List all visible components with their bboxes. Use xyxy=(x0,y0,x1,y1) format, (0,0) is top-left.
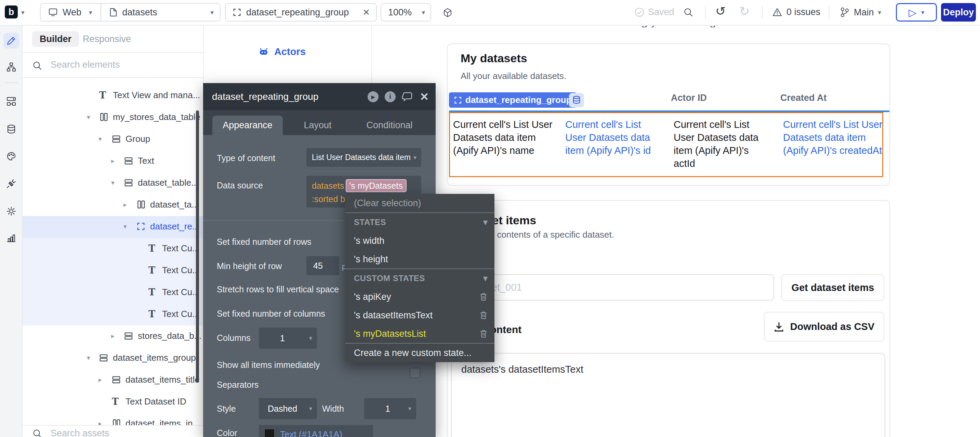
page-chevron-icon[interactable]: ▾ xyxy=(210,9,214,16)
tree-item-my-stores-data-table[interactable]: ▾my_stores_data_table xyxy=(22,107,203,129)
dataset-id-input[interactable] xyxy=(461,274,774,300)
nav-item-actors[interactable]: Actors xyxy=(259,46,306,57)
tree-item-text-datasets[interactable]: TText Datasets xyxy=(22,78,203,85)
show-all-checkbox[interactable] xyxy=(410,367,420,378)
expression-token[interactable]: 's myDatasets xyxy=(346,179,407,192)
separator-style-select[interactable]: Dashed ▾ xyxy=(259,398,317,419)
element-tab[interactable]: dataset_repeating_group ✕ xyxy=(225,3,377,22)
tree-item-text[interactable]: ▸Text xyxy=(22,151,203,172)
tab-appearance[interactable]: Appearance xyxy=(212,116,283,135)
menu-item-custom-states[interactable]: CUSTOM STATES▾ xyxy=(345,269,495,288)
tree-caret-icon[interactable]: ▾ xyxy=(87,113,90,121)
tree-caret-icon[interactable]: ▾ xyxy=(87,354,90,362)
info-icon[interactable]: i xyxy=(384,91,396,103)
tree-item-group[interactable]: ▾Group xyxy=(22,129,203,151)
tree-item-stores-data-b[interactable]: ▸stores_data_b... xyxy=(22,326,203,347)
preview-button[interactable]: ▷ ▾ xyxy=(896,3,937,22)
rail-item-data[interactable] xyxy=(3,121,19,137)
section-collapse-icon[interactable]: ▾ xyxy=(483,218,488,227)
menu-item-s-height[interactable]: 's height xyxy=(345,250,495,269)
group-element-icon xyxy=(99,353,109,363)
deploy-button[interactable]: Deploy xyxy=(941,3,976,22)
menu-item-s-datasetitemstext[interactable]: 's datasetItemsText xyxy=(345,306,495,324)
tree-item-text-cu[interactable]: TText Cu... xyxy=(22,260,203,282)
section-collapse-icon[interactable]: ▾ xyxy=(483,273,488,283)
tree-item-dataset-ta[interactable]: ▸dataset_ta... xyxy=(22,194,203,216)
component-library-icon[interactable] xyxy=(442,8,453,18)
device-chevron-icon[interactable]: ▾ xyxy=(89,9,92,16)
issues-indicator[interactable]: 0 issues xyxy=(772,7,820,17)
menu-item-create-a-new-custom-state[interactable]: Create a new custom state... xyxy=(345,344,495,362)
close-icon[interactable]: ✕ xyxy=(418,91,430,103)
search-icon[interactable] xyxy=(683,7,694,17)
property-editor-titlebar[interactable]: dataset_repeating_group ▸ i ✕ xyxy=(203,83,436,110)
selected-element-label[interactable]: dataset_repeating_group xyxy=(449,92,576,108)
tab-layout[interactable]: Layout xyxy=(292,116,343,135)
tree-item-dataset-re[interactable]: ▾dataset_re... xyxy=(22,216,203,238)
min-height-input[interactable]: 45 xyxy=(306,256,339,275)
delete-state-icon[interactable] xyxy=(479,311,488,320)
rail-item-design[interactable] xyxy=(3,33,19,49)
bubble-logo[interactable]: b xyxy=(5,5,18,19)
tree-item-text-cu[interactable]: TText Cu... xyxy=(22,282,203,304)
tree-item-dataset-table[interactable]: ▾dataset_table... xyxy=(22,172,203,194)
rail-item-plugins[interactable] xyxy=(3,176,19,191)
menu-item-s-mydatasetslist[interactable]: 's myDatasetsList xyxy=(345,324,495,343)
tree-item-dataset-items-group[interactable]: ▾dataset_items_group xyxy=(22,347,203,369)
delete-state-icon[interactable] xyxy=(479,292,488,301)
page-selector[interactable]: datasets xyxy=(123,7,157,18)
search-elements-input[interactable] xyxy=(50,59,164,70)
tree-caret-icon[interactable]: ▸ xyxy=(123,201,127,208)
logo-menu-chevron-icon[interactable]: ▾ xyxy=(21,9,25,16)
tree-item-text-view-and-mana[interactable]: TText View and mana... xyxy=(22,85,203,107)
tree-caret-icon[interactable]: ▸ xyxy=(99,376,102,384)
tree-item-dataset-items-in[interactable]: ▸dataset_items_in... xyxy=(22,413,203,425)
rail-item-logs[interactable] xyxy=(3,230,19,246)
branch-selector[interactable]: Main ▾ xyxy=(840,7,881,18)
tree-item-dataset-items-title[interactable]: ▸dataset_items_title xyxy=(22,369,203,391)
tab-builder[interactable]: Builder xyxy=(32,31,79,47)
tab-conditional[interactable]: Conditional xyxy=(353,116,425,135)
rg-cell-expression[interactable]: Current cell's List User Datasets data i… xyxy=(674,118,767,170)
preview-element-icon[interactable]: ▸ xyxy=(367,91,379,103)
rail-item-pages[interactable] xyxy=(3,59,19,75)
rg-cell-expression[interactable]: Current cell's List User Datasets data i… xyxy=(783,118,886,157)
tab-responsive[interactable]: Responsive xyxy=(78,31,136,47)
type-of-content-select[interactable]: List User Datasets data item ▾ xyxy=(306,148,421,167)
rg-cell-expression[interactable]: Current cell's List User Datasets data i… xyxy=(565,118,662,157)
download-csv-button[interactable]: Download as CSV xyxy=(764,312,884,342)
columns-select[interactable]: 1 ▾ xyxy=(259,327,317,349)
rail-item-settings[interactable] xyxy=(3,203,19,219)
menu-item-s-apikey[interactable]: 's apiKey xyxy=(345,288,495,306)
undo-icon[interactable]: ↺ xyxy=(715,4,725,18)
menu-item-states[interactable]: STATES▾ xyxy=(345,213,495,232)
tree-caret-icon[interactable]: ▸ xyxy=(99,420,102,425)
tree-item-text-cu[interactable]: TText Cu... xyxy=(22,238,203,260)
get-dataset-items-button[interactable]: Get dataset items xyxy=(781,274,884,301)
tree-item-text-cu[interactable]: TText Cu... xyxy=(22,304,203,326)
rg-cell-expression[interactable]: Current cell's List User Datasets data i… xyxy=(453,118,560,157)
comment-icon[interactable] xyxy=(401,91,413,103)
data-source-badge[interactable] xyxy=(569,93,584,107)
repeating-group-cell[interactable]: Current cell's List User Datasets data i… xyxy=(449,112,883,177)
separator-width-select[interactable]: 1 ▾ xyxy=(364,398,416,419)
tree-scrollbar[interactable] xyxy=(196,110,199,382)
separator-color-field[interactable]: Text (#1A1A1A) xyxy=(259,425,373,437)
zoom-control[interactable]: 100% ▾ xyxy=(380,3,431,22)
menu-item-s-width[interactable]: 's width xyxy=(345,232,495,250)
close-tab-icon[interactable]: ✕ xyxy=(363,7,370,18)
tree-caret-icon[interactable]: ▸ xyxy=(111,157,115,165)
color-value-link[interactable]: Text (#1A1A1A) xyxy=(280,429,342,437)
rail-item-workflow[interactable] xyxy=(3,93,19,109)
rail-item-styles[interactable] xyxy=(3,148,19,164)
tree-caret-icon[interactable]: ▸ xyxy=(111,332,115,340)
menu-item-clear-selection[interactable]: (Clear selection) xyxy=(345,194,495,212)
tree-caret-icon[interactable]: ▾ xyxy=(99,135,102,143)
device-selector[interactable]: Web xyxy=(62,7,81,18)
delete-state-icon[interactable] xyxy=(479,329,488,338)
tree-item-text-dataset-id[interactable]: TText Dataset ID xyxy=(22,391,203,413)
search-assets-input[interactable] xyxy=(50,428,164,437)
redo-icon[interactable]: ↻ xyxy=(739,4,749,18)
tree-caret-icon[interactable]: ▾ xyxy=(123,222,127,230)
tree-caret-icon[interactable]: ▾ xyxy=(111,179,115,187)
